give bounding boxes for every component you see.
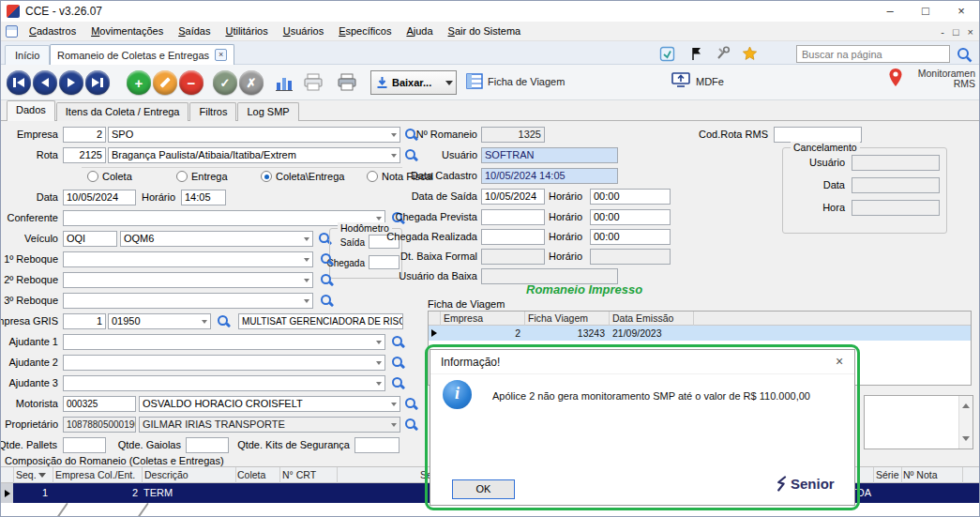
scrollbar[interactable]: [958, 396, 972, 449]
gris-lookup-icon[interactable]: [217, 313, 231, 329]
next-record-button[interactable]: [59, 70, 83, 95]
close-button[interactable]: ×: [943, 1, 979, 22]
tab-log-smp[interactable]: Log SMP: [237, 102, 298, 121]
hodometro-chegada-field[interactable]: [369, 255, 400, 269]
panel-icon[interactable]: [659, 46, 675, 64]
mdi-minimize-button[interactable]: -: [941, 26, 944, 38]
chegada-realizada-field[interactable]: [481, 229, 545, 245]
col-nota[interactable]: Nº Nota: [903, 467, 938, 483]
ficha-viagem-button[interactable]: Ficha de Viagem: [488, 76, 565, 87]
radio-coleta[interactable]: Coleta: [87, 170, 132, 183]
menu-saidas[interactable]: Saídas: [171, 22, 218, 41]
tab-filtros[interactable]: Filtros: [189, 102, 236, 121]
ajudante3-lookup-icon[interactable]: [391, 375, 405, 391]
veiculo-combo[interactable]: OQM6: [120, 231, 313, 247]
dialog-close-icon[interactable]: ×: [832, 350, 847, 374]
baixar-button[interactable]: Baixar...: [370, 70, 444, 95]
reboque1-combo[interactable]: [63, 251, 313, 267]
horario-field[interactable]: 14:05: [181, 190, 226, 205]
veiculo-code-field[interactable]: OQI: [63, 231, 117, 247]
qtde-pallets-field[interactable]: [63, 437, 106, 453]
ajudante1-lookup-icon[interactable]: [391, 334, 405, 350]
col-coleta[interactable]: Coleta: [237, 467, 265, 483]
rota-combo[interactable]: Bragança Paulista/Atibaia/Itatiba/Extrem: [108, 147, 400, 163]
location-pin-icon[interactable]: [888, 68, 903, 90]
ficha-viagem-icon[interactable]: [466, 73, 483, 91]
reboque2-lookup-icon[interactable]: [320, 272, 334, 288]
maximize-button[interactable]: □: [908, 1, 943, 22]
ajudante3-combo[interactable]: [63, 375, 385, 391]
tab-inicio[interactable]: Início: [5, 45, 50, 65]
tab-romaneio[interactable]: Romaneio de Coletas e Entregas ×: [50, 44, 234, 65]
saida-horario-field[interactable]: 00:00: [590, 189, 671, 205]
qtde-gaiolas-field[interactable]: [186, 437, 229, 453]
menu-usuarios[interactable]: Usuários: [276, 22, 331, 41]
print-button[interactable]: [337, 72, 357, 94]
fv-header-ficha[interactable]: Ficha Viagem: [528, 312, 588, 326]
col-serie[interactable]: Série: [876, 467, 899, 483]
realizada-horario-field[interactable]: 00:00: [590, 229, 671, 245]
flag-icon[interactable]: [689, 46, 704, 63]
menu-especificos[interactable]: Específicos: [331, 22, 399, 41]
menu-sair[interactable]: Sair do Sistema: [441, 22, 529, 41]
edit-button[interactable]: [153, 70, 177, 95]
baixar-dropdown-button[interactable]: [443, 70, 457, 95]
reboque1-lookup-icon[interactable]: [320, 251, 334, 267]
ajudante1-combo[interactable]: [63, 334, 385, 350]
add-button[interactable]: +: [127, 70, 151, 95]
col-empresa[interactable]: Empresa Col./Ent.: [55, 467, 135, 483]
mdi-restore-button[interactable]: □: [953, 26, 959, 38]
filter-icon[interactable]: [38, 473, 46, 478]
tab-itens[interactable]: Itens da Coleta / Entrega: [56, 102, 189, 121]
col-seq[interactable]: Seq.: [16, 467, 37, 483]
menu-cadastros[interactable]: Cadastros: [22, 22, 83, 41]
reboque3-combo[interactable]: [63, 293, 313, 309]
reboque2-combo[interactable]: [63, 272, 313, 288]
motorista-lookup-icon[interactable]: [404, 396, 418, 412]
menu-ajuda[interactable]: Ajuda: [399, 22, 440, 41]
cod-rota-rms-field[interactable]: [774, 127, 862, 143]
radio-entrega[interactable]: Entrega: [176, 170, 228, 183]
motorista-code-field[interactable]: 000325: [63, 396, 136, 412]
reboque3-lookup-icon[interactable]: [320, 293, 334, 309]
qtde-kits-field[interactable]: [354, 437, 400, 453]
tools-icon[interactable]: [716, 46, 731, 63]
ajudante2-lookup-icon[interactable]: [391, 355, 405, 371]
gris-code-field[interactable]: 1: [63, 313, 106, 329]
scroll-up-icon[interactable]: [962, 400, 970, 408]
ficha-viagem-header[interactable]: Empresa Ficha Viagem Data Emissão: [429, 312, 971, 326]
motorista-combo[interactable]: OSVALDO HORACIO CROISFELT: [139, 396, 400, 412]
scroll-down-icon[interactable]: [962, 436, 970, 445]
print-preview-button[interactable]: [303, 72, 324, 94]
ficha-viagem-row[interactable]: 2 13243 21/09/2023: [429, 326, 971, 341]
delete-button[interactable]: −: [179, 70, 204, 95]
tab-close-icon[interactable]: ×: [215, 49, 227, 61]
rota-lookup-icon[interactable]: [404, 147, 418, 163]
proprietario-lookup-icon[interactable]: [404, 417, 418, 433]
last-record-button[interactable]: [85, 70, 110, 95]
rota-code-field[interactable]: 2125: [63, 147, 106, 163]
search-icon[interactable]: [956, 46, 973, 66]
data-saida-field[interactable]: 10/05/2024: [481, 189, 545, 205]
tab-dados[interactable]: Dados: [7, 100, 55, 121]
menu-utilitarios[interactable]: Utilitários: [218, 22, 275, 41]
star-icon[interactable]: [742, 46, 758, 63]
chegada-prevista-field[interactable]: [481, 209, 545, 225]
col-descricao[interactable]: Descrição: [144, 467, 188, 483]
menu-movimentacoes[interactable]: Movimentações: [83, 22, 171, 41]
ajudante2-combo[interactable]: [63, 355, 385, 371]
ok-button[interactable]: OK: [452, 479, 515, 499]
empresa-code-field[interactable]: 2: [63, 127, 106, 143]
mdfe-icon[interactable]: [671, 71, 691, 91]
fv-header-emissao[interactable]: Data Emissão: [612, 312, 673, 326]
confirm-button[interactable]: ✓: [213, 70, 237, 95]
radio-coleta-entrega[interactable]: Coleta\Entrega: [261, 170, 344, 183]
col-crt[interactable]: N° CRT: [282, 467, 316, 483]
first-record-button[interactable]: [7, 70, 31, 95]
mdi-close-button[interactable]: ×: [968, 26, 973, 38]
previous-record-button[interactable]: [33, 70, 57, 95]
data-field[interactable]: 10/05/2024: [63, 190, 136, 205]
gris-combo[interactable]: 01950: [108, 313, 211, 329]
monitoramento-rms-button[interactable]: Monitoramen RMS: [918, 68, 975, 89]
prevista-horario-field[interactable]: 00:00: [590, 209, 671, 225]
